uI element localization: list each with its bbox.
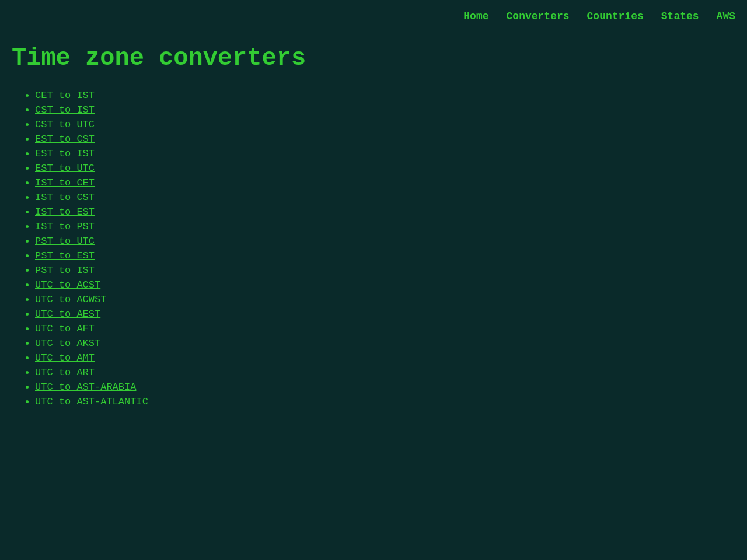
converter-link[interactable]: EST to CST [35,134,95,145]
main-content: Time zone converters CET to ISTCST to IS… [0,33,747,419]
list-item: EST to UTC [35,163,735,174]
converter-link[interactable]: EST to UTC [35,163,95,174]
converter-link[interactable]: IST to CST [35,192,95,203]
list-item: EST to IST [35,148,735,159]
converter-list: CET to ISTCST to ISTCST to UTCEST to CST… [12,90,735,407]
converter-link[interactable]: IST to PST [35,221,95,232]
nav-link-aws[interactable]: AWS [717,10,735,22]
converter-link[interactable]: UTC to AEST [35,309,100,320]
list-item: UTC to AST-ARABIA [35,382,735,393]
list-item: UTC to ACST [35,279,735,290]
list-item: UTC to AKST [35,338,735,349]
converter-link[interactable]: UTC to ART [35,367,95,378]
converter-link[interactable]: PST to UTC [35,236,95,247]
converter-link[interactable]: CST to IST [35,104,95,116]
list-item: IST to CET [35,177,735,188]
list-item: UTC to AEST [35,309,735,320]
converter-link[interactable]: UTC to AST-ATLANTIC [35,396,148,407]
converter-link[interactable]: UTC to ACWST [35,294,106,305]
list-item: CET to IST [35,90,735,101]
converter-link[interactable]: IST to EST [35,206,95,218]
list-item: PST to IST [35,265,735,276]
converter-link[interactable]: UTC to AST-ARABIA [35,382,136,393]
list-item: UTC to AST-ATLANTIC [35,396,735,407]
converter-link[interactable]: UTC to AFT [35,323,95,334]
converter-link[interactable]: UTC to AMT [35,352,95,363]
nav-link-converters[interactable]: Converters [507,10,570,22]
nav-link-countries[interactable]: Countries [587,10,644,22]
list-item: EST to CST [35,134,735,145]
converter-link[interactable]: EST to IST [35,148,95,159]
list-item: PST to EST [35,250,735,261]
list-item: UTC to AMT [35,352,735,363]
site-header: HomeConvertersCountriesStatesAWS [0,0,747,33]
converter-link[interactable]: IST to CET [35,177,95,188]
converter-link[interactable]: CST to UTC [35,119,95,130]
list-item: UTC to AFT [35,323,735,334]
list-item: PST to UTC [35,236,735,247]
list-item: IST to EST [35,206,735,218]
main-nav: HomeConvertersCountriesStatesAWS [463,10,735,22]
converter-link[interactable]: UTC to ACST [35,279,100,290]
converter-link[interactable]: CET to IST [35,90,95,101]
converter-link[interactable]: PST to EST [35,250,95,261]
converter-link[interactable]: PST to IST [35,265,95,276]
converter-link[interactable]: UTC to AKST [35,338,100,349]
nav-link-home[interactable]: Home [463,10,488,22]
list-item: CST to IST [35,104,735,116]
list-item: CST to UTC [35,119,735,130]
list-item: IST to CST [35,192,735,203]
nav-link-states[interactable]: States [661,10,699,22]
list-item: UTC to ACWST [35,294,735,305]
page-title: Time zone converters [12,44,735,72]
list-item: IST to PST [35,221,735,232]
list-item: UTC to ART [35,367,735,378]
